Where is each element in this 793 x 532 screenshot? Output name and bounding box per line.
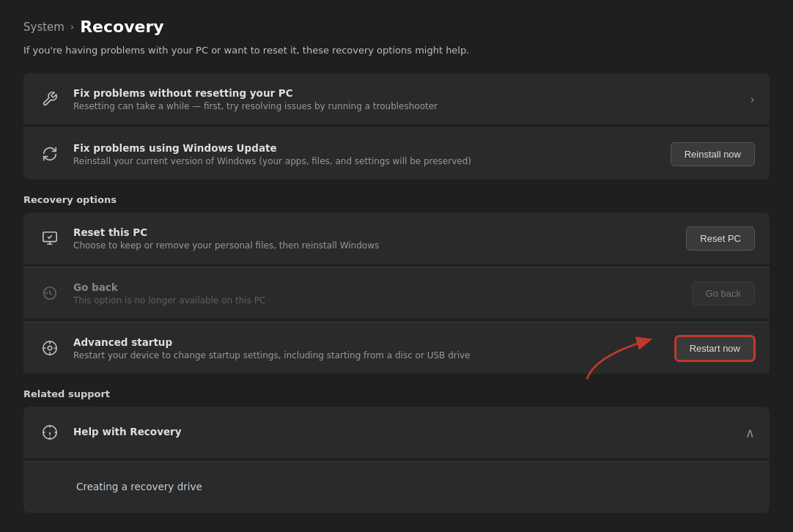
go-back-content: Go back This option is no longer availab… — [73, 281, 680, 306]
reinstall-now-button[interactable]: Reinstall now — [671, 142, 755, 166]
breadcrumb: System › Recovery — [23, 18, 770, 36]
page-subtitle: If you're having problems with your PC o… — [23, 45, 770, 56]
reset-pc-title: Reset this PC — [73, 226, 674, 238]
fix-without-reset-content: Fix problems without resetting your PC R… — [73, 87, 739, 111]
go-back-button: Go back — [692, 281, 755, 306]
reset-pc-action: Reset PC — [686, 226, 755, 251]
reset-pc-icon — [38, 226, 62, 250]
breadcrumb-separator: › — [70, 21, 74, 32]
breadcrumb-system[interactable]: System — [23, 21, 64, 34]
recovery-drive-title: Creating a recovery drive — [76, 481, 755, 492]
fix-problems-group: Fix problems without resetting your PC R… — [23, 73, 770, 180]
recovery-options-section: Recovery options Reset this PC Choose to… — [23, 194, 770, 374]
go-back-action: Go back — [692, 281, 755, 306]
advanced-startup-content: Advanced startup Restart your device to … — [73, 336, 663, 361]
advanced-startup-card: Advanced startup Restart your device to … — [23, 322, 770, 374]
advanced-startup-title: Advanced startup — [73, 336, 663, 348]
help-recovery-icon — [38, 421, 62, 444]
fix-without-reset-card[interactable]: Fix problems without resetting your PC R… — [23, 73, 770, 125]
restart-now-button[interactable]: Restart now — [675, 336, 755, 361]
wrench-icon — [38, 87, 62, 111]
fix-without-reset-title: Fix problems without resetting your PC — [73, 87, 739, 99]
fix-windows-update-title: Fix problems using Windows Update — [73, 142, 659, 154]
related-support-label: Related support — [23, 388, 770, 399]
fix-windows-update-content: Fix problems using Windows Update Reinst… — [73, 142, 659, 166]
advanced-startup-desc: Restart your device to change startup se… — [73, 350, 663, 361]
help-recovery-card[interactable]: Help with Recovery ∧ — [23, 407, 770, 458]
go-back-desc: This option is no longer available on th… — [73, 295, 680, 306]
go-back-card: Go back This option is no longer availab… — [23, 267, 770, 319]
reset-pc-card: Reset this PC Choose to keep or remove y… — [23, 213, 770, 264]
recovery-drive-content: Creating a recovery drive — [76, 481, 755, 495]
reinstall-now-action: Reinstall now — [671, 142, 755, 166]
fix-windows-update-card: Fix problems using Windows Update Reinst… — [23, 128, 770, 180]
reset-pc-button[interactable]: Reset PC — [686, 226, 755, 251]
go-back-icon — [38, 281, 62, 305]
reset-pc-content: Reset this PC Choose to keep or remove y… — [73, 226, 674, 251]
reset-pc-desc: Choose to keep or remove your personal f… — [73, 240, 674, 251]
recovery-options-group: Reset this PC Choose to keep or remove y… — [23, 213, 770, 374]
related-support-section: Related support Help with Recovery ∧ — [23, 388, 770, 513]
fix-without-reset-action: › — [750, 92, 755, 106]
recovery-drive-card[interactable]: Creating a recovery drive — [23, 462, 770, 513]
collapse-icon: ∧ — [745, 425, 755, 440]
chevron-right-icon: › — [750, 92, 755, 106]
related-support-group: Help with Recovery ∧ Creating a recovery… — [23, 407, 770, 513]
breadcrumb-current: Recovery — [80, 18, 163, 36]
update-icon — [38, 142, 62, 166]
recovery-options-label: Recovery options — [23, 194, 770, 205]
fix-without-reset-desc: Resetting can take a while — first, try … — [73, 101, 739, 111]
go-back-title: Go back — [73, 281, 680, 293]
advanced-startup-icon — [38, 336, 62, 360]
restart-now-action: Restart now — [675, 336, 755, 361]
help-recovery-title: Help with Recovery — [73, 426, 182, 437]
fix-windows-update-desc: Reinstall your current version of Window… — [73, 156, 659, 166]
svg-point-2 — [48, 346, 52, 350]
